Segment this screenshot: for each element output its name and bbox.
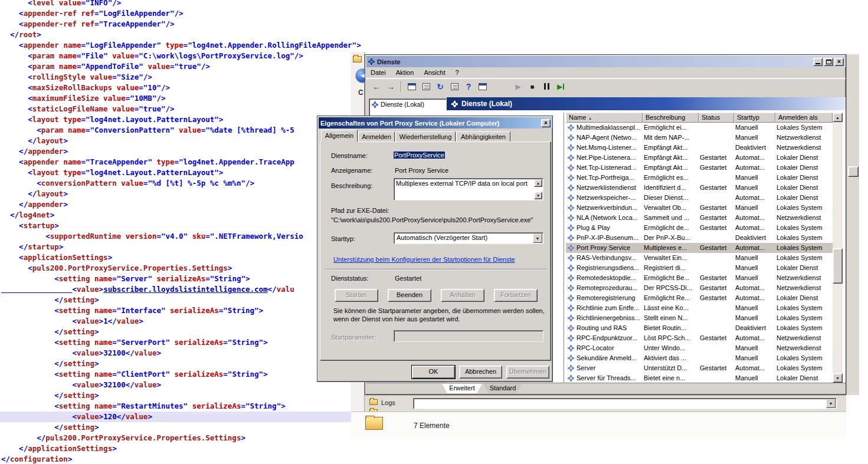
uebernehmen-button[interactable]: Übernehmen bbox=[506, 366, 549, 379]
tab-wiederherstellung[interactable]: Wiederherstellung bbox=[395, 131, 456, 142]
forward-icon[interactable]: → bbox=[384, 80, 397, 93]
export-list-icon[interactable] bbox=[420, 80, 433, 93]
beschreibung-textbox[interactable]: Multiplexes external TCP/IP data on loca… bbox=[394, 178, 543, 200]
maximize-button[interactable] bbox=[824, 58, 833, 66]
service-row[interactable]: Plug & PlayErmöglicht de...GestartetAuto… bbox=[566, 223, 833, 233]
service-row[interactable]: Richtlinienergebniss...Stellt einen N...… bbox=[566, 313, 833, 323]
abbrechen-button[interactable]: Abbrechen bbox=[459, 366, 502, 379]
service-row[interactable]: ServerUnterstützt D...GestartetAutomat..… bbox=[566, 363, 833, 373]
scroll-up-icon[interactable]: ▲ bbox=[534, 179, 542, 187]
beenden-button[interactable]: Beenden bbox=[388, 289, 431, 302]
service-logon-as: Lokales System bbox=[777, 223, 831, 233]
service-row[interactable]: Sekundäre Anmeld...Aktiviert das ...Manu… bbox=[566, 353, 833, 363]
close-icon[interactable]: × bbox=[541, 119, 551, 127]
chevron-down-icon[interactable]: ▼ bbox=[533, 233, 542, 243]
service-row[interactable]: Remoteprozedurau...Der RPCSS-Di...Gestar… bbox=[566, 283, 833, 293]
starten-button[interactable]: Starten bbox=[335, 289, 378, 302]
properties-icon[interactable] bbox=[448, 80, 461, 93]
show-console-tree-icon[interactable] bbox=[405, 80, 418, 93]
service-row[interactable]: Net.Tcp-Portfreiga...Ermöglicht es...Man… bbox=[566, 173, 833, 183]
back-icon[interactable]: ← bbox=[370, 80, 383, 93]
service-row[interactable]: Registrierungsdiens...Registriert di...M… bbox=[566, 263, 833, 273]
scroll-up-icon[interactable]: ▲ bbox=[833, 113, 843, 122]
service-gear-icon bbox=[568, 305, 574, 311]
service-row[interactable]: NLA (Network Loca...Sammelt und ...Gesta… bbox=[566, 213, 833, 223]
fortsetzen-button[interactable]: Fortsetzen bbox=[494, 289, 538, 302]
service-row[interactable]: PnP-X-IP-Busenum...Der PnP-X-Bu...Deakti… bbox=[566, 233, 833, 243]
service-logon-as: Netzwerkdienst bbox=[777, 143, 831, 153]
service-row[interactable]: Server für Threads...Bietet eine n...Man… bbox=[566, 373, 833, 383]
refresh-icon[interactable]: ↻ bbox=[434, 80, 447, 93]
service-row[interactable]: NetzwerklistendienstIdentifiziert d...Ge… bbox=[566, 183, 833, 193]
anzeigename-value[interactable]: Port Proxy Service bbox=[395, 167, 448, 174]
tab-abhaengigkeiten[interactable]: Abhängigkeiten bbox=[456, 131, 510, 142]
dialog-titlebar[interactable]: Eigenschaften von Port Proxy Service (Lo… bbox=[319, 117, 552, 129]
filter-combobox[interactable]: ▼ bbox=[413, 398, 837, 409]
service-row[interactable]: Remotedesktopdie...Ermöglicht Be...Gesta… bbox=[566, 273, 833, 283]
scrollbar-thumb[interactable] bbox=[833, 248, 843, 284]
service-row[interactable]: Netzwerkspeicher-...Dieser Dienst...Auto… bbox=[566, 193, 833, 203]
services-titlebar[interactable]: Dienste × bbox=[366, 56, 846, 67]
start-service-icon[interactable]: ▶ bbox=[512, 80, 525, 93]
scrollbar-thumb[interactable] bbox=[848, 166, 859, 177]
scroll-down-icon[interactable]: ▼ bbox=[534, 192, 542, 199]
service-logon-as: Netzwerkdienst bbox=[777, 213, 831, 223]
stop-service-icon[interactable]: ■ bbox=[526, 80, 539, 93]
background-statusbar: 7 Elemente bbox=[351, 412, 846, 439]
scroll-down-icon[interactable]: ▼ bbox=[833, 373, 843, 383]
service-row[interactable]: RAS-Verbindungsv...Verwaltet Ein...Manue… bbox=[566, 253, 833, 263]
service-row[interactable]: Net.Pipe-Listenera...Empfängt Akt...Gest… bbox=[566, 153, 833, 163]
service-row[interactable]: Routing und RASBietet Routin...Deaktivie… bbox=[566, 323, 833, 333]
pane-divider[interactable] bbox=[564, 113, 565, 383]
pause-service-icon[interactable] bbox=[540, 80, 553, 93]
service-row[interactable]: Richtlinie zum Entfe...Lässt eine Ko...M… bbox=[566, 303, 833, 313]
startoptions-help-link[interactable]: Unterstützung beim Konfigurieren der Sta… bbox=[333, 256, 515, 263]
sort-ascending-icon: ▲ bbox=[588, 116, 592, 120]
dienstname-value[interactable]: PortProxyService bbox=[394, 152, 445, 159]
service-name: RAS-Verbindungsv... bbox=[577, 253, 641, 263]
folder-label[interactable]: Logs bbox=[381, 399, 395, 406]
service-row[interactable]: Netzwerkverbindun...Verwaltet Ob...Gesta… bbox=[566, 203, 833, 213]
column-header-status[interactable]: Status bbox=[699, 113, 734, 123]
service-logon-as: Lokaler Dienst bbox=[777, 193, 831, 203]
column-header-starttyp[interactable]: Starttyp bbox=[734, 113, 775, 123]
service-row[interactable]: Multimediaklassenpl...Ermöglicht ei...Ma… bbox=[566, 123, 833, 133]
restart-service-icon[interactable]: ▶ bbox=[554, 80, 567, 93]
service-status: Gestartet bbox=[700, 333, 733, 343]
menu-ansicht[interactable]: Ansicht bbox=[420, 67, 449, 78]
anhalten-button[interactable]: Anhalten bbox=[441, 289, 484, 302]
services-list-scrollbar[interactable]: ▲ ▼ bbox=[833, 113, 843, 383]
service-logon-as: Lokales System bbox=[777, 313, 831, 323]
column-header-beschreibung[interactable]: Beschreibung bbox=[643, 113, 699, 123]
service-row[interactable]: RPC-LocatorUnter Windo...ManuellNetzwerk… bbox=[566, 343, 833, 353]
menu-datei[interactable]: Datei bbox=[366, 67, 390, 78]
pfad-value: "C:\work\ais\puls200.PortProxyService\pu… bbox=[331, 216, 533, 223]
service-row[interactable]: RemoteregistrierungErmöglicht Re...Gesta… bbox=[566, 293, 833, 303]
minimize-button[interactable] bbox=[813, 58, 823, 66]
service-row[interactable]: Port Proxy ServiceMultiplexes e...Gestar… bbox=[566, 243, 833, 253]
menu-hilfe[interactable]: ? bbox=[451, 67, 463, 78]
service-logon-as: Netzwerkdienst bbox=[777, 283, 831, 293]
service-row[interactable]: RPC-Endpunktzuor...Löst RPC-Sch...Gestar… bbox=[566, 333, 833, 343]
chevron-down-icon[interactable]: ▼ bbox=[826, 399, 836, 408]
startparameter-textbox[interactable] bbox=[394, 330, 543, 342]
service-row[interactable]: Net.Msmq-Listener...Empfängt Akt...Deakt… bbox=[566, 143, 833, 153]
help-icon[interactable]: ? bbox=[462, 80, 475, 93]
tab-allgemein[interactable]: Allgemein bbox=[321, 130, 358, 142]
column-header-anmelden-als[interactable]: Anmelden als bbox=[775, 113, 833, 123]
column-header-name[interactable]: Name ▲ bbox=[566, 113, 643, 123]
tab-standard[interactable]: Standard bbox=[483, 384, 522, 393]
starttyp-combobox[interactable]: Automatisch (Verzögerter Start) ▼ bbox=[394, 232, 543, 244]
new-window-icon[interactable] bbox=[476, 80, 489, 93]
services-rows: Multimediaklassenpl...Ermöglicht ei...Ma… bbox=[566, 123, 833, 383]
service-row[interactable]: NAP-Agent (Netwo...Mit dem NAP-...Manuel… bbox=[566, 133, 833, 143]
service-starttype: Manuell bbox=[735, 183, 774, 193]
tab-anmelden[interactable]: Anmelden bbox=[358, 131, 395, 142]
background-scrollbar[interactable] bbox=[846, 54, 859, 395]
close-button[interactable]: × bbox=[834, 58, 844, 66]
tab-erweitert[interactable]: Erweitert bbox=[442, 384, 482, 393]
service-row[interactable]: Net.Tcp-Listenerad...Empfängt Akt...Gest… bbox=[566, 163, 833, 173]
tree-node-dienste-lokal[interactable]: Dienste (Lokal) bbox=[369, 99, 446, 109]
menu-aktion[interactable]: Aktion bbox=[392, 67, 418, 78]
ok-button[interactable]: OK bbox=[412, 366, 455, 379]
